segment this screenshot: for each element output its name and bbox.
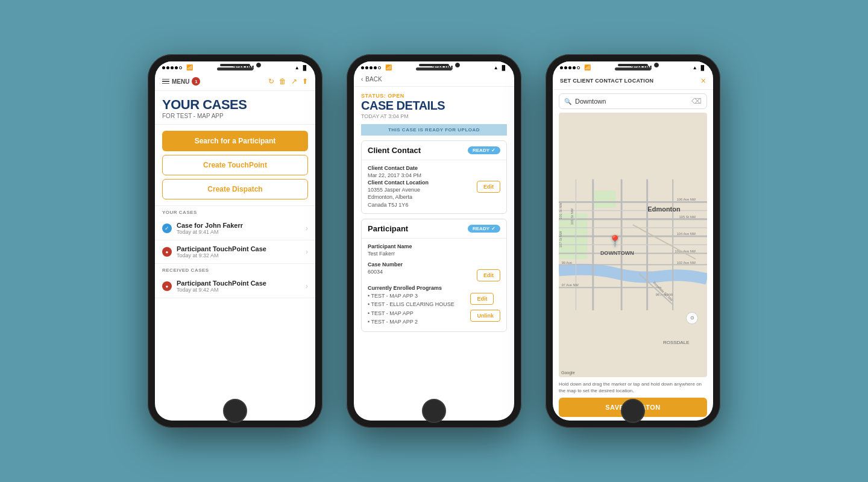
- phone2-header: ‹ BACK: [354, 72, 514, 87]
- set-location-title: SET CLIENT CONTACT LOCATION: [560, 78, 653, 84]
- phone1-header: MENU 1 ↻ 🗑 ↗ ⬆: [155, 72, 315, 91]
- your-cases-sub: FOR TEST - MAP APP: [162, 113, 308, 119]
- create-touchpoint-button[interactable]: Create TouchPoint: [162, 155, 308, 175]
- case-check-icon: ✓: [162, 224, 172, 233]
- svg-text:97 Ave NW: 97 Ave NW: [562, 283, 579, 287]
- client-contact-ready-badge: READY ✓: [468, 146, 500, 154]
- menu-label: MENU: [172, 78, 189, 85]
- ready-check-icon-1: ✓: [491, 148, 495, 153]
- signal-2: 📶: [361, 64, 392, 70]
- client-contact-title: Client Contact: [368, 146, 421, 155]
- phone-home-button-2[interactable]: [422, 399, 446, 423]
- case-time-1: Today at 9:41 AM: [177, 229, 301, 235]
- delete-icon[interactable]: 🗑: [279, 77, 286, 86]
- status-bar-3: 📶 2:24 PM ▲ ▐▌: [553, 61, 713, 72]
- date-label: Client Contact Date: [368, 165, 500, 171]
- svg-text:102 Ave NW: 102 Ave NW: [677, 261, 696, 264]
- search-icon: 🔍: [564, 98, 571, 105]
- svg-text:106 Ave NW: 106 Ave NW: [677, 198, 696, 201]
- close-button[interactable]: ×: [701, 76, 706, 86]
- your-cases-title: YOUR CASES: [162, 98, 308, 111]
- received-cases-section-label: RECEIVED CASES: [155, 264, 315, 275]
- phone-speaker-2: [419, 64, 449, 66]
- location-row: Client Contact Location 10355 Jasper Ave…: [368, 180, 500, 209]
- back-label: BACK: [365, 76, 382, 83]
- svg-text:101 St NW: 101 St NW: [559, 202, 562, 219]
- phone-2: 📶 2:24 PM ▲ ▐▌ ‹ BACK STATUS: OPEN CASE …: [347, 54, 521, 428]
- phone-1: 📶 2:24 PM ▲ ▐▌ MENU 1: [148, 54, 322, 428]
- case-name-1: Case for John Fakerr: [177, 222, 301, 229]
- status-icons-3: ▲ ▐▌: [693, 65, 706, 70]
- location-icon-2: ▲: [494, 65, 498, 70]
- map-label-rossdale: ROSSDALE: [663, 340, 690, 345]
- phone-speaker: [220, 64, 250, 66]
- received-case-item-1[interactable]: ● Participant TouchPoint Case Today at 9…: [155, 275, 315, 298]
- ready-label-2: READY: [473, 226, 489, 231]
- refresh-icon[interactable]: ↻: [268, 77, 274, 86]
- participant-name-value: Test Fakerr: [368, 250, 500, 258]
- case-number-value: 60034: [368, 268, 472, 276]
- phone-home-button[interactable]: [223, 399, 247, 423]
- search-participant-button[interactable]: Search for a Participant: [162, 131, 308, 151]
- svg-rect-2: [593, 190, 616, 207]
- case-item-1[interactable]: ✓ Case for John Fakerr Today at 9:41 AM …: [155, 217, 315, 240]
- case-red-icon-2: ●: [162, 247, 172, 257]
- share-icon[interactable]: ↗: [291, 77, 297, 86]
- wifi-icon-3: 📶: [584, 64, 591, 70]
- signal-3: 📶: [560, 64, 591, 70]
- case-name-2: Participant TouchPoint Case: [177, 245, 301, 252]
- phone-home-button-3[interactable]: [621, 399, 645, 423]
- program-3: TEST - MAP APP: [368, 309, 465, 318]
- location-hint-text: Hold down and drag the marker or tap and…: [559, 381, 707, 394]
- edit-location-button[interactable]: Edit: [477, 181, 500, 193]
- program-2: TEST - ELLIS CLEARING HOUSE: [368, 300, 465, 308]
- svg-text:105 St NW: 105 St NW: [679, 215, 696, 219]
- program-1: TEST - MAP APP 3: [368, 292, 465, 300]
- search-clear-icon[interactable]: ⌫: [691, 97, 702, 105]
- case-item-text-2: Participant TouchPoint Case Today at 9:3…: [177, 245, 301, 258]
- title-section: YOUR CASES FOR TEST - MAP APP: [155, 91, 315, 125]
- case-details-title: CASE DETAILS: [361, 99, 507, 112]
- dot5: [179, 66, 182, 69]
- case-item-text-1: Case for John Fakerr Today at 9:41 AM: [177, 222, 301, 235]
- menu-button[interactable]: MENU 1: [162, 77, 200, 86]
- phone-camera: [256, 63, 261, 67]
- edit-programs-button[interactable]: Edit: [470, 293, 494, 305]
- upload-banner: THIS CASE IS READY FOR UPLOAD: [361, 124, 507, 136]
- edit-participant-button[interactable]: Edit: [477, 269, 500, 281]
- back-button[interactable]: ‹ BACK: [361, 76, 507, 83]
- received-case-text: Participant TouchPoint Case Today at 9:4…: [177, 280, 301, 293]
- back-chevron: ‹: [361, 76, 363, 83]
- phone2-content: STATUS: OPEN CASE DETAILS TODAY AT 3:04 …: [354, 87, 514, 421]
- unlink-button[interactable]: Unlink: [470, 310, 500, 322]
- participant-card: Participant READY ✓ Participant Name Tes…: [361, 219, 507, 331]
- case-item-2[interactable]: ● Participant TouchPoint Case Today at 9…: [155, 240, 315, 264]
- ready-check-icon-2: ✓: [491, 226, 495, 231]
- map-container[interactable]: 106 Ave NW 105 St NW 104 Ave NW 103a Ave…: [559, 113, 707, 377]
- program-4: TEST - MAP APP 2: [368, 318, 465, 326]
- status-bar-1: 📶 2:24 PM ▲ ▐▌: [155, 61, 315, 72]
- programs-row: TEST - MAP APP 3 TEST - ELLIS CLEARING H…: [368, 292, 500, 327]
- battery-icon-2: ▐▌: [500, 65, 507, 70]
- battery-icon: ▐▌: [301, 65, 308, 70]
- upload-icon[interactable]: ⬆: [302, 77, 308, 86]
- search-bar[interactable]: 🔍 Downtown ⌫: [559, 93, 707, 109]
- svg-text:101 St NW: 101 St NW: [570, 208, 574, 225]
- map-label-downtown: DOWNTOWN: [600, 250, 634, 256]
- map-pin[interactable]: 📍: [608, 234, 621, 248]
- dot4: [175, 66, 178, 69]
- create-dispatch-button[interactable]: Create Dispatch: [162, 179, 308, 199]
- location-icon: ▲: [295, 65, 300, 70]
- header-icons: ↻ 🗑 ↗ ⬆: [268, 77, 308, 86]
- wifi-icon: 📶: [186, 64, 193, 70]
- location-value: 10355 Jasper AvenueEdmonton, AlbertaCana…: [368, 186, 472, 209]
- hamburger-icon: [162, 79, 169, 84]
- case-number-row: 60034 Edit: [368, 268, 500, 281]
- status-icons-2: ▲ ▐▌: [494, 65, 507, 70]
- client-contact-body: Client Contact Date Mar 22, 2017 3:04 PM…: [362, 160, 506, 213]
- search-input-value: Downtown: [575, 98, 688, 105]
- case-number-label: Case Number: [368, 261, 500, 268]
- status-open: STATUS: OPEN: [361, 93, 507, 99]
- case-time-2: Today at 9:32 AM: [177, 252, 301, 258]
- dot1: [162, 66, 165, 69]
